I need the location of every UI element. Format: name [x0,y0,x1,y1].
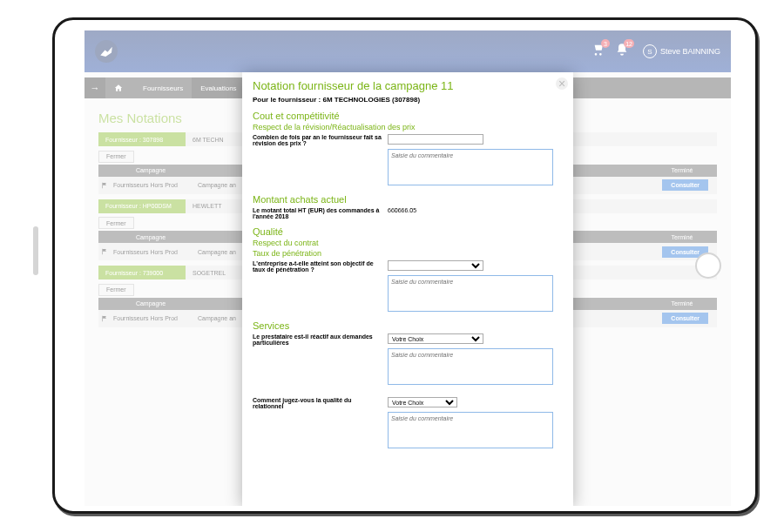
subsection-revision: Respect de la révision/Réactualisation d… [253,123,563,131]
comment-q5[interactable] [388,412,553,448]
modal-title: Notation fournisseur de la campagne 11 [253,79,563,92]
section-qualite: Qualité [253,226,563,237]
modal-overlay[interactable]: × Notation fournisseur de la campagne 11… [84,30,731,506]
value-q2: 660666.05 [388,207,416,219]
label-q4: Le prestataire est-il réactif aux demand… [253,333,388,346]
label-q3: L'entreprise a-t-elle atteint son object… [253,260,388,273]
section-cout: Cout et compétitivité [253,111,563,121]
label-q5: Comment jugez-vous la qualité du relatio… [253,397,388,409]
modal-subtitle: Pour le fournisseur : 6M TECHNOLOGIES (3… [253,96,563,104]
input-q1[interactable] [388,134,483,145]
screen: 3 12 S Steve BAINNING → Fournisseurs Eva… [84,30,731,506]
section-services: Services [253,320,563,331]
tablet-notch [33,226,38,275]
select-q3[interactable] [388,260,483,271]
comment-q1[interactable] [388,149,553,185]
label-q1: Combien de fois par an le fournisseur fa… [253,134,388,146]
subsection-penetration: Taux de pénétration [253,249,563,258]
comment-q3[interactable] [388,275,553,312]
tablet-home-button[interactable] [695,253,721,279]
modal-notation: × Notation fournisseur de la campagne 11… [242,72,573,506]
comment-q4[interactable] [388,348,553,385]
modal-close-button[interactable]: × [556,77,568,90]
tablet-frame: 3 12 S Steve BAINNING → Fournisseurs Eva… [52,17,758,514]
label-q2: Le motant total HT (EUR) des commandes à… [253,207,388,219]
section-montant: Montant achats actuel [253,194,563,205]
select-q4[interactable]: Votre Choix [388,333,483,344]
select-q5[interactable]: Votre Choix [388,397,457,407]
subsection-contrat: Respect du contrat [253,239,563,247]
